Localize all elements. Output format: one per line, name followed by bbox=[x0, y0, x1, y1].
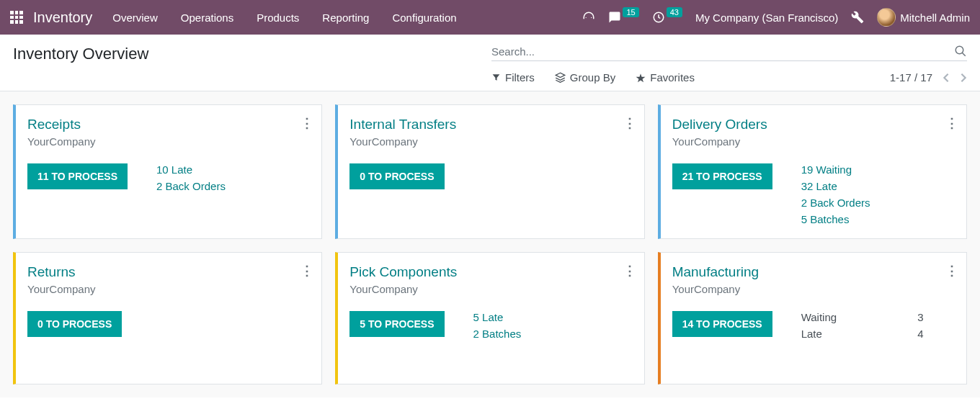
card-subtitle: YourCompany bbox=[349, 283, 631, 295]
card-stat-link[interactable]: 2 Back Orders bbox=[156, 180, 226, 192]
activities-badge: 43 bbox=[667, 7, 682, 17]
avatar bbox=[877, 8, 896, 27]
svg-point-1 bbox=[956, 46, 963, 54]
process-button[interactable]: 0 TO PROCESS bbox=[349, 163, 444, 189]
card-title[interactable]: Delivery Orders bbox=[672, 117, 953, 132]
card-subtitle: YourCompany bbox=[349, 135, 631, 148]
messages-badge: 15 bbox=[623, 7, 638, 17]
process-button[interactable]: 14 TO PROCESS bbox=[672, 311, 772, 337]
kanban-board: ⋮ Receipts YourCompany 11 TO PROCESS 10 … bbox=[0, 91, 980, 397]
card-stats: 19 Waiting32 Late2 Back Orders5 Batches bbox=[801, 163, 870, 225]
card-subtitle: YourCompany bbox=[672, 283, 953, 295]
user-menu[interactable]: Mitchell Admin bbox=[877, 8, 970, 27]
card-title[interactable]: Pick Components bbox=[349, 264, 631, 280]
kanban-card[interactable]: ⋮ Delivery Orders YourCompany 21 TO PROC… bbox=[658, 104, 967, 239]
messages-icon[interactable]: 15 bbox=[608, 11, 638, 24]
user-name: Mitchell Admin bbox=[900, 12, 970, 24]
nav-menu: Overview Operations Products Reporting C… bbox=[112, 12, 456, 24]
search-icon[interactable] bbox=[954, 45, 967, 58]
app-brand[interactable]: Inventory bbox=[33, 9, 92, 26]
nav-overview[interactable]: Overview bbox=[112, 12, 158, 24]
card-menu-icon[interactable]: ⋮ bbox=[623, 263, 636, 279]
search-input[interactable] bbox=[491, 45, 954, 58]
card-subtitle: YourCompany bbox=[672, 135, 953, 148]
card-title[interactable]: Internal Transfers bbox=[349, 117, 631, 132]
company-selector[interactable]: My Company (San Francisco) bbox=[695, 12, 838, 24]
card-stats: 5 Late2 Batches bbox=[473, 311, 522, 340]
kanban-card[interactable]: ⋮ Receipts YourCompany 11 TO PROCESS 10 … bbox=[13, 104, 322, 239]
kanban-card[interactable]: ⋮ Manufacturing YourCompany 14 TO PROCES… bbox=[658, 252, 967, 384]
nav-configuration[interactable]: Configuration bbox=[392, 12, 456, 24]
filters-button[interactable]: Filters bbox=[491, 71, 535, 84]
card-menu-icon[interactable]: ⋮ bbox=[945, 263, 958, 279]
page-title: Inventory Overview bbox=[13, 45, 148, 63]
card-stat-link[interactable]: 32 Late bbox=[801, 180, 870, 192]
card-title[interactable]: Receipts bbox=[27, 117, 308, 132]
process-button[interactable]: 5 TO PROCESS bbox=[349, 311, 444, 337]
card-subtitle: YourCompany bbox=[27, 283, 308, 295]
card-stat-link[interactable]: 19 Waiting bbox=[801, 163, 870, 176]
card-stat-link[interactable]: 2 Batches bbox=[473, 328, 522, 340]
kanban-card[interactable]: ⋮ Internal Transfers YourCompany 0 TO PR… bbox=[335, 104, 644, 239]
pager-next-icon[interactable] bbox=[960, 73, 967, 83]
control-panel: Inventory Overview Filters Group By Favo… bbox=[0, 35, 980, 91]
card-menu-icon[interactable]: ⋮ bbox=[300, 263, 313, 279]
card-title[interactable]: Manufacturing bbox=[672, 264, 953, 280]
tools-icon[interactable] bbox=[851, 11, 864, 24]
voip-icon[interactable] bbox=[582, 11, 595, 24]
card-stat-row[interactable]: Waiting3 bbox=[801, 311, 924, 323]
nav-reporting[interactable]: Reporting bbox=[322, 12, 369, 24]
card-stat-link[interactable]: 10 Late bbox=[156, 163, 226, 176]
card-stat-link[interactable]: 5 Late bbox=[473, 311, 522, 323]
search-box[interactable] bbox=[491, 45, 967, 61]
card-stats: 10 Late2 Back Orders bbox=[156, 163, 226, 192]
pager-text[interactable]: 1-17 / 17 bbox=[890, 71, 932, 84]
card-menu-icon[interactable]: ⋮ bbox=[300, 115, 313, 131]
nav-operations[interactable]: Operations bbox=[181, 12, 233, 24]
kanban-card[interactable]: ⋮ Pick Components YourCompany 5 TO PROCE… bbox=[335, 252, 644, 384]
process-button[interactable]: 0 TO PROCESS bbox=[27, 311, 122, 337]
card-stat-row[interactable]: Late4 bbox=[801, 328, 924, 340]
groupby-button[interactable]: Group By bbox=[555, 71, 615, 84]
activities-icon[interactable]: 43 bbox=[652, 11, 682, 24]
process-button[interactable]: 21 TO PROCESS bbox=[672, 163, 772, 189]
card-menu-icon[interactable]: ⋮ bbox=[623, 115, 636, 131]
card-menu-icon[interactable]: ⋮ bbox=[945, 115, 958, 131]
apps-icon[interactable] bbox=[10, 11, 23, 24]
nav-products[interactable]: Products bbox=[257, 12, 299, 24]
kanban-card[interactable]: ⋮ Returns YourCompany 0 TO PROCESS bbox=[13, 252, 322, 384]
card-stats: Waiting3Late4 bbox=[801, 311, 924, 340]
card-stat-link[interactable]: 2 Back Orders bbox=[801, 197, 870, 209]
pager-prev-icon[interactable] bbox=[943, 73, 950, 83]
card-subtitle: YourCompany bbox=[27, 135, 308, 148]
process-button[interactable]: 11 TO PROCESS bbox=[27, 163, 128, 189]
top-navbar: Inventory Overview Operations Products R… bbox=[0, 0, 980, 35]
card-stat-link[interactable]: 5 Batches bbox=[801, 213, 870, 225]
card-title[interactable]: Returns bbox=[27, 264, 308, 280]
favorites-button[interactable]: Favorites bbox=[636, 71, 695, 84]
